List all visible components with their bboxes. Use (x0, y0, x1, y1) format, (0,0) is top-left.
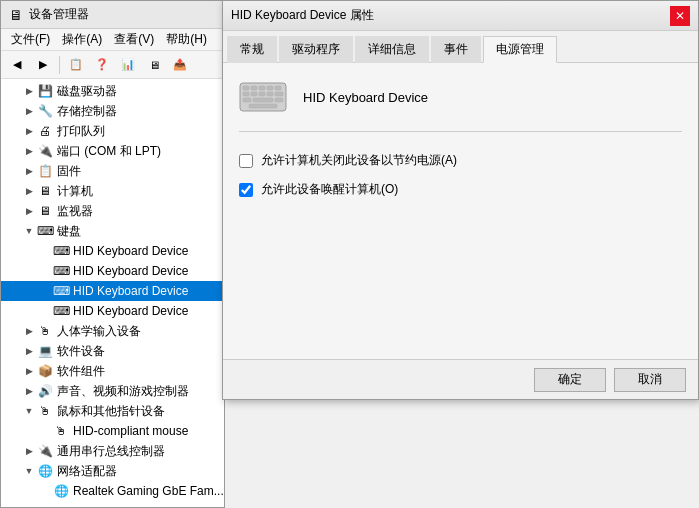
dlg-title-text: HID Keyboard Device 属性 (231, 7, 374, 24)
keyboard-label: 键盘 (57, 223, 81, 240)
expand-network: ▼ (21, 463, 37, 479)
tab-events[interactable]: 事件 (431, 36, 481, 63)
device-manager-window: 🖥 设备管理器 文件(F) 操作(A) 查看(V) 帮助(H) ◀ ▶ 📋 ❓ … (0, 0, 225, 508)
tree-network[interactable]: ▼ 🌐 网络适配器 (1, 461, 224, 481)
tree-print-queue[interactable]: ▶ 🖨 打印队列 (1, 121, 224, 141)
tree-software-comp[interactable]: ▶ 📦 软件组件 (1, 361, 224, 381)
hid-kb3-icon: ⌨ (53, 283, 69, 299)
tree-hid-mouse[interactable]: ▶ 🖱 HID-compliant mouse (1, 421, 224, 441)
storage-label: 存储控制器 (57, 103, 117, 120)
ports-label: 端口 (COM 和 LPT) (57, 143, 161, 160)
tree-hid-kb-1[interactable]: ▶ ⌨ HID Keyboard Device (1, 241, 224, 261)
tab-driver[interactable]: 驱动程序 (279, 36, 353, 63)
tree-monitor[interactable]: ▶ 🖥 监视器 (1, 201, 224, 221)
allow-wake-row: 允许此设备唤醒计算机(O) (239, 181, 682, 198)
ok-button[interactable]: 确定 (534, 368, 606, 392)
svg-rect-14 (249, 104, 277, 108)
toolbar-forward[interactable]: ▶ (31, 54, 55, 76)
dm-title-text: 设备管理器 (29, 6, 89, 23)
tree-firmware[interactable]: ▶ 📋 固件 (1, 161, 224, 181)
tab-general[interactable]: 常规 (227, 36, 277, 63)
dm-toolbar: ◀ ▶ 📋 ❓ 📊 🖥 📤 (1, 51, 224, 79)
hid-kb3-label: HID Keyboard Device (73, 284, 188, 298)
disk-label: 磁盘驱动器 (57, 83, 117, 100)
dlg-titlebar: HID Keyboard Device 属性 ✕ (223, 1, 698, 31)
tree-hid-kb-4[interactable]: ▶ ⌨ HID Keyboard Device (1, 301, 224, 321)
print-label: 打印队列 (57, 123, 105, 140)
keyboard-svg (239, 82, 287, 112)
tree-mouse[interactable]: ▼ 🖱 鼠标和其他指针设备 (1, 401, 224, 421)
tab-details[interactable]: 详细信息 (355, 36, 429, 63)
hid-kb1-label: HID Keyboard Device (73, 244, 188, 258)
network-icon: 🌐 (37, 463, 53, 479)
tree-audio[interactable]: ▶ 🔊 声音、视频和游戏控制器 (1, 381, 224, 401)
tree-keyboard[interactable]: ▼ ⌨ 键盘 (1, 221, 224, 241)
expand-disk: ▶ (21, 83, 37, 99)
computer-icon: 🖥 (37, 183, 53, 199)
expand-ports: ▶ (21, 143, 37, 159)
svg-rect-5 (275, 86, 281, 90)
dlg-tabs: 常规 驱动程序 详细信息 事件 电源管理 (223, 31, 698, 63)
tree-usb[interactable]: ▶ 🔌 通用串行总线控制器 (1, 441, 224, 461)
expand-keyboard: ▼ (21, 223, 37, 239)
tree-storage[interactable]: ▶ 🔧 存储控制器 (1, 101, 224, 121)
expand-print: ▶ (21, 123, 37, 139)
menu-help[interactable]: 帮助(H) (160, 29, 213, 50)
allow-wake-checkbox[interactable] (239, 183, 253, 197)
hid-label: 人体学输入设备 (57, 323, 141, 340)
svg-rect-9 (267, 92, 273, 96)
menu-file[interactable]: 文件(F) (5, 29, 56, 50)
cancel-button[interactable]: 取消 (614, 368, 686, 392)
tree-hid-kb-3[interactable]: ▶ ⌨ HID Keyboard Device (1, 281, 224, 301)
toolbar-btn3[interactable]: 📊 (116, 54, 140, 76)
dm-tree: ▶ 💾 磁盘驱动器 ▶ 🔧 存储控制器 ▶ 🖨 打印队列 ▶ 🔌 端口 (COM… (1, 79, 224, 507)
tree-disk-drives[interactable]: ▶ 💾 磁盘驱动器 (1, 81, 224, 101)
tree-hid[interactable]: ▶ 🖱 人体学输入设备 (1, 321, 224, 341)
disk-icon: 💾 (37, 83, 53, 99)
sw-dev-label: 软件设备 (57, 343, 105, 360)
tree-realtek[interactable]: ▶ 🌐 Realtek Gaming GbE Fam... (1, 481, 224, 501)
toolbar-btn2[interactable]: ❓ (90, 54, 114, 76)
menu-action[interactable]: 操作(A) (56, 29, 108, 50)
expand-sw-dev: ▶ (21, 343, 37, 359)
hid-kb2-icon: ⌨ (53, 263, 69, 279)
sw-dev-icon: 💻 (37, 343, 53, 359)
toolbar-btn1[interactable]: 📋 (64, 54, 88, 76)
mouse-icon: 🖱 (37, 403, 53, 419)
toolbar-btn4[interactable]: 🖥 (142, 54, 166, 76)
sw-comp-label: 软件组件 (57, 363, 105, 380)
tree-ports[interactable]: ▶ 🔌 端口 (COM 和 LPT) (1, 141, 224, 161)
expand-hid: ▶ (21, 323, 37, 339)
device-header: HID Keyboard Device (239, 79, 682, 132)
allow-off-row: 允许计算机关闭此设备以节约电源(A) (239, 152, 682, 169)
hid-mouse-label: HID-compliant mouse (73, 424, 188, 438)
computer-label: 计算机 (57, 183, 93, 200)
tree-software-dev[interactable]: ▶ 💻 软件设备 (1, 341, 224, 361)
firmware-icon: 📋 (37, 163, 53, 179)
monitor-icon: 🖥 (37, 203, 53, 219)
svg-rect-13 (275, 98, 283, 102)
svg-rect-12 (253, 98, 273, 102)
allow-off-checkbox[interactable] (239, 154, 253, 168)
toolbar-btn5[interactable]: 📤 (168, 54, 192, 76)
allow-off-label[interactable]: 允许计算机关闭此设备以节约电源(A) (261, 152, 457, 169)
toolbar-back[interactable]: ◀ (5, 54, 29, 76)
hid-mouse-icon: 🖱 (53, 423, 69, 439)
allow-wake-label[interactable]: 允许此设备唤醒计算机(O) (261, 181, 398, 198)
svg-rect-7 (251, 92, 257, 96)
svg-rect-3 (259, 86, 265, 90)
menu-view[interactable]: 查看(V) (108, 29, 160, 50)
tree-hid-kb-2[interactable]: ▶ ⌨ HID Keyboard Device (1, 261, 224, 281)
dlg-content: HID Keyboard Device 允许计算机关闭此设备以节约电源(A) 允… (223, 63, 698, 359)
realtek-icon: 🌐 (53, 483, 69, 499)
tree-computer[interactable]: ▶ 🖥 计算机 (1, 181, 224, 201)
mouse-label: 鼠标和其他指针设备 (57, 403, 165, 420)
print-icon: 🖨 (37, 123, 53, 139)
dm-title-icon: 🖥 (9, 7, 23, 23)
svg-rect-6 (243, 92, 249, 96)
usb-label: 通用串行总线控制器 (57, 443, 165, 460)
properties-dialog: HID Keyboard Device 属性 ✕ 常规 驱动程序 详细信息 事件… (222, 0, 699, 400)
dlg-close-button[interactable]: ✕ (670, 6, 690, 26)
tab-power[interactable]: 电源管理 (483, 36, 557, 63)
expand-mouse: ▼ (21, 403, 37, 419)
